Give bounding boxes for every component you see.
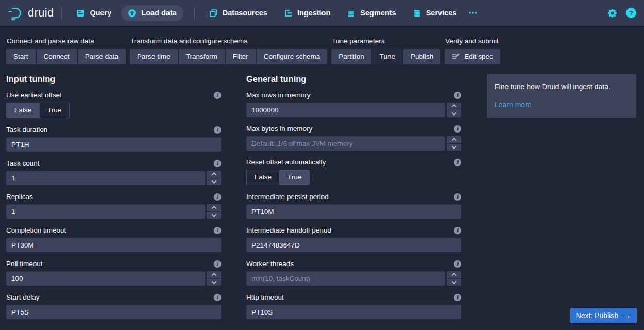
info-icon[interactable]: i [454,260,461,268]
info-icon[interactable]: i [214,227,221,234]
step-button-label: Tune [380,49,395,64]
step-button-label: Connect [44,49,70,64]
field-label: Max bytes in memory [246,125,312,133]
step-button-parse-time[interactable]: Parse time [130,49,178,64]
info-icon[interactable]: i [454,193,461,201]
field-label: Completion timeout [6,226,66,234]
info-icon[interactable]: i [214,160,221,167]
step-button-start[interactable]: Start [6,49,36,64]
nav-item-services[interactable]: Services [406,5,464,21]
brand-name: druid [28,6,54,20]
more-icon[interactable] [468,8,478,18]
stepper-increment-button[interactable] [447,103,461,110]
max-bytes-in-memory-stepper [447,136,461,151]
next-publish-button[interactable]: Next: Publish → [570,308,637,323]
step-button-parse-data[interactable]: Parse data [78,49,126,64]
top-navbar: druid QueryLoad data DatasourcesIngestio… [0,0,644,26]
stepper-increment-button[interactable] [207,171,221,178]
step-button-partition[interactable]: Partition [331,49,371,64]
use-earliest-offset-option-true[interactable]: True [39,103,69,118]
field-label: Poll timeout [6,260,43,268]
step-button-publish[interactable]: Publish [403,49,440,64]
stepper-increment-button[interactable] [447,136,461,143]
chevron-down-icon [211,178,216,184]
stepper-increment-button[interactable] [447,271,461,278]
start-delay-input[interactable] [6,305,221,319]
stepper-decrement-button[interactable] [447,110,461,118]
stepper-decrement-button[interactable] [447,279,461,286]
info-icon[interactable]: i [214,92,221,99]
info-icon[interactable]: i [214,294,221,301]
max-bytes-in-memory-input[interactable] [246,136,445,151]
nav-item-ingestion[interactable]: Ingestion [277,5,337,21]
stepper-increment-button[interactable] [207,204,221,211]
intermediate-handoff-period-input[interactable] [246,238,461,252]
segments-icon [347,9,355,18]
upload-icon [128,9,137,18]
help-icon[interactable]: ? [626,8,636,18]
field-max-rows-in-memory: Max rows in memoryi [246,91,461,117]
nav-item-query[interactable]: Query [70,5,118,21]
field-label: Replicas [6,193,33,201]
field-intermediate-persist-period: Intermediate persist periodi [246,192,461,219]
info-icon[interactable]: i [214,126,221,134]
field-label: Start delay [6,293,40,301]
intermediate-persist-period-input[interactable] [246,204,461,219]
reset-offset-automatically-option-true[interactable]: True [279,170,309,185]
learn-more-link[interactable]: Learn more [495,101,532,109]
step-group-title: Transform data and configure schema [130,37,327,45]
info-icon[interactable]: i [214,260,221,268]
http-timeout-input[interactable] [246,305,461,319]
nav-item-segments[interactable]: Segments [340,5,402,21]
step-button-connect[interactable]: Connect [37,49,77,64]
chevron-down-icon [451,110,456,116]
stepper-decrement-button[interactable] [447,144,461,151]
step-button-label: Transform [186,49,217,64]
chevron-up-icon [451,138,456,143]
worker-threads-input[interactable] [246,271,445,286]
field-completion-timeout: Completion timeouti [6,226,221,252]
chevron-up-icon [211,273,216,278]
field-label: Http timeout [246,293,284,301]
task-duration-input[interactable] [6,137,221,152]
step-navigation: Connect and parse raw dataStartConnectPa… [0,26,644,64]
settings-gear-icon[interactable] [607,8,617,18]
worker-threads-stepper [447,271,461,286]
nav-item-datasources[interactable]: Datasources [202,5,274,21]
reset-offset-automatically-option-false[interactable]: False [247,170,279,185]
step-button-edit-spec[interactable]: Edit spec [445,49,500,64]
info-icon[interactable]: i [454,159,461,166]
info-icon[interactable]: i [454,294,461,301]
info-icon[interactable]: i [454,92,461,99]
chevron-up-icon [211,172,216,177]
step-group-title: Connect and parse raw data [7,37,126,45]
field-max-bytes-in-memory: Max bytes in memoryi [246,124,461,151]
nav-item-load-data[interactable]: Load data [121,5,183,21]
stepper-increment-button[interactable] [207,271,221,278]
ingestion-icon [284,9,293,18]
stepper-decrement-button[interactable] [207,178,221,186]
poll-timeout-input[interactable] [6,271,205,286]
info-callout: Fine tune how Druid will ingest data. Le… [487,74,636,118]
info-icon[interactable]: i [454,227,461,234]
step-button-label: Partition [338,49,364,64]
replicas-input[interactable] [6,204,205,219]
reset-offset-automatically-toggle: FalseTrue [246,170,310,185]
task-count-input[interactable] [6,171,205,185]
step-button-tune[interactable]: Tune [372,49,402,64]
step-button-transform[interactable]: Transform [179,49,225,64]
chevron-down-icon [211,279,216,284]
info-icon[interactable]: i [214,193,221,201]
max-rows-in-memory-input[interactable] [246,103,445,117]
info-icon[interactable]: i [454,125,461,133]
callout-text: Fine tune how Druid will ingest data. [495,82,629,92]
use-earliest-offset-option-false[interactable]: False [7,103,39,118]
step-button-label: Parse time [137,49,171,64]
step-button-configure-schema[interactable]: Configure schema [257,49,328,64]
stepper-decrement-button[interactable] [207,212,221,219]
step-button-filter[interactable]: Filter [226,49,256,64]
stepper-decrement-button[interactable] [207,279,221,286]
druid-brand[interactable]: druid [8,5,54,21]
chevron-down-icon [451,144,456,149]
completion-timeout-input[interactable] [6,238,221,252]
